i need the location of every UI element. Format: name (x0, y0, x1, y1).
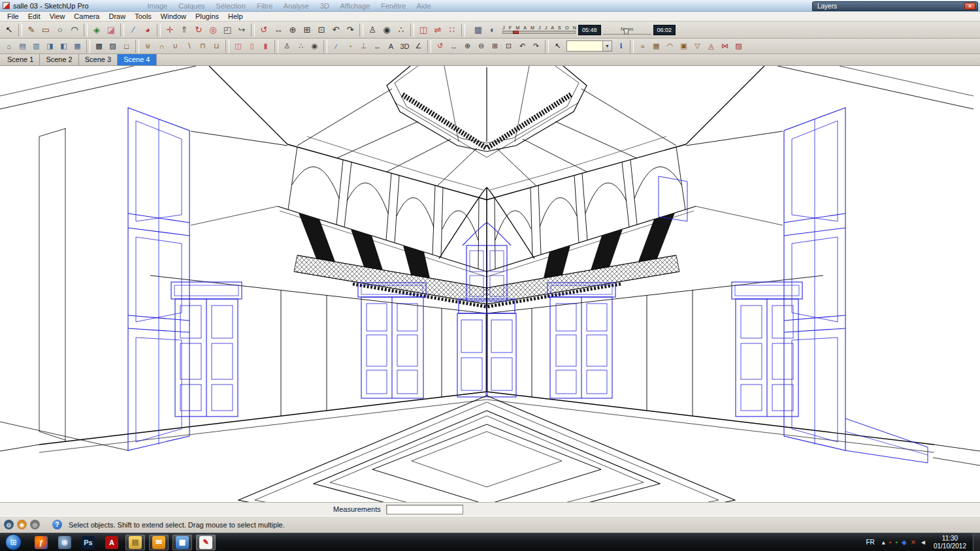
tool-angular-dimension[interactable]: ∠ (412, 40, 425, 53)
tool-solid-intersect[interactable]: ∩ (155, 40, 169, 53)
shadow-date-thumb[interactable] (513, 31, 519, 34)
tool-rotate[interactable]: ↻ (191, 23, 206, 37)
tool-make-component[interactable]: ◈ (90, 23, 104, 37)
tool-axes[interactable]: ⊥ (357, 40, 370, 53)
tool-select[interactable]: ↖ (2, 23, 16, 37)
taskbar-app-explorer-folder[interactable]: ▤ (125, 535, 145, 550)
tool-dimension[interactable]: ↔ (370, 40, 384, 53)
tray-app-red-icon[interactable]: ▪ (889, 539, 892, 546)
tool-zoom[interactable]: ⊕ (461, 40, 474, 53)
tool-scale[interactable]: ◰ (220, 23, 235, 37)
tool-next-view[interactable]: ↷ (529, 40, 543, 53)
tool-zoom-out[interactable]: ⊖ (474, 40, 488, 53)
bluetooth-icon[interactable]: ◆ (902, 539, 907, 546)
taskbar-app-photo-viewer[interactable]: ▦ (172, 535, 192, 550)
scene-tab-scene-2[interactable]: Scene 2 (40, 54, 78, 65)
taskbar-app-firefox[interactable]: ƒ (31, 535, 51, 550)
menu-file[interactable]: File (3, 12, 24, 20)
tool-position-camera[interactable]: ♙ (365, 23, 380, 37)
shadow-time-thumb[interactable] (624, 29, 629, 35)
tool-view-left[interactable]: ◧ (57, 40, 71, 53)
taskbar-app-outlook[interactable]: ✉ (149, 535, 169, 550)
tool-look-around[interactable]: ◉ (380, 23, 394, 37)
tool-zoom-extents[interactable]: ⊡ (314, 23, 329, 37)
viewport-canvas[interactable] (0, 66, 980, 502)
tool-protractor[interactable]: ◔ (343, 40, 357, 53)
tool-position-camera[interactable]: ♙ (280, 40, 294, 53)
layer-combo[interactable]: ▼ (566, 40, 612, 52)
menu-camera[interactable]: Camera (69, 12, 104, 20)
volume-icon[interactable]: ◄ (920, 539, 926, 546)
scene-tab-scene-3[interactable]: Scene 3 (79, 54, 118, 65)
taskbar-app-media-player[interactable]: ◉ (55, 535, 74, 550)
shadow-settings-icon[interactable]: ▦ (471, 23, 485, 37)
tool-flip-edge[interactable]: ⋈ (718, 40, 732, 53)
tool-previous-view[interactable]: ↶ (329, 23, 343, 37)
chevron-down-icon[interactable]: ▼ (602, 41, 612, 51)
scene-tab-scene-1[interactable]: Scene 1 (1, 54, 40, 65)
tool-array-copy[interactable]: ∷ (445, 23, 459, 37)
tool-view-right[interactable]: ◨ (43, 40, 57, 53)
tool-add-detail[interactable]: ◬ (704, 40, 718, 53)
tool-zoom-window[interactable]: ⊞ (300, 23, 314, 37)
tool-drape[interactable]: ▽ (691, 40, 704, 53)
scene-tab-scene-4[interactable]: Scene 4 (118, 54, 156, 65)
tool-view-top[interactable]: ▤ (16, 40, 29, 53)
tool-move[interactable]: ✛ (163, 23, 177, 37)
tool-tape-measure[interactable]: ∕ (329, 40, 343, 53)
measurements-input[interactable] (386, 505, 463, 514)
tool-select[interactable]: ↖ (551, 40, 564, 53)
menu-window[interactable]: Window (156, 12, 191, 20)
tool-style-xray[interactable]: ▩ (92, 40, 106, 53)
tool-solid-trim[interactable]: ⊓ (196, 40, 210, 53)
tool-tape-measure[interactable]: ∕ (126, 23, 140, 37)
shadow-toggle-icon[interactable]: ◐ (485, 23, 500, 37)
tool-view-back[interactable]: ▦ (71, 40, 84, 53)
tool-stamp[interactable]: ▣ (677, 40, 691, 53)
menu-plugins[interactable]: Plugins (191, 12, 223, 20)
tool-follow-me[interactable]: ↪ (235, 23, 249, 37)
tool-solid-subtract[interactable]: ∖ (182, 40, 196, 53)
tool-walk[interactable]: ∴ (294, 40, 308, 53)
tray-app-green-icon[interactable]: ▪ (895, 539, 898, 546)
layers-close-button[interactable]: ✕ (964, 3, 975, 10)
tool-smoove[interactable]: ◠ (663, 40, 677, 53)
show-hidden-icon[interactable]: ▴ (882, 539, 885, 546)
status-geo-icon[interactable]: ◍ (4, 520, 14, 529)
tool-style-wireframe[interactable]: □ (120, 40, 133, 53)
tool-look-around[interactable]: ◉ (308, 40, 321, 53)
tool-orbit[interactable]: ↺ (433, 40, 447, 53)
help-icon[interactable]: ? (52, 520, 62, 529)
menu-view[interactable]: View (45, 12, 70, 20)
tool-solid-outer-shell[interactable]: ⊎ (141, 40, 155, 53)
tool-display-section-planes[interactable]: ▯ (245, 40, 259, 53)
menu-draw[interactable]: Draw (104, 12, 130, 20)
language-indicator[interactable]: FR (866, 539, 874, 546)
tool-orbit[interactable]: ↺ (257, 23, 271, 37)
tool-zoom-extents[interactable]: ⊡ (502, 40, 515, 53)
tool-material-sampler[interactable]: ▨ (732, 40, 745, 53)
tool-walk[interactable]: ∴ (394, 23, 408, 37)
wall-structure-left[interactable] (0, 66, 487, 452)
tool-offset[interactable]: ◎ (206, 23, 220, 37)
tool-flip-along[interactable]: ⇌ (431, 23, 445, 37)
tool-line[interactable]: ✎ (24, 23, 39, 37)
taskbar-app-acrobat[interactable]: A (102, 535, 122, 550)
tool-circle[interactable]: ○ (53, 23, 67, 37)
tool-eraser[interactable]: ◪ (104, 23, 118, 37)
shadow-date-slider[interactable]: J F M A M J J A S O N D (502, 25, 576, 34)
tool-zoom[interactable]: ⊕ (286, 23, 300, 37)
tool-entity-info[interactable]: ℹ (614, 40, 628, 53)
start-button[interactable]: ⊞ (5, 534, 22, 550)
show-desktop-button[interactable] (973, 533, 980, 551)
status-credit-icon[interactable]: ◉ (17, 520, 27, 529)
tool-section-plane[interactable]: ◫ (416, 23, 431, 37)
network-error-icon[interactable]: ✕ (911, 539, 916, 546)
tool-display-section-cuts[interactable]: ▮ (259, 40, 272, 53)
tool-push-pull[interactable]: ⇑ (177, 23, 191, 37)
tool-paint-bucket[interactable]: ◕ (140, 23, 155, 37)
tool-rectangle[interactable]: ▭ (39, 23, 53, 37)
menu-help[interactable]: Help (223, 12, 248, 20)
tool-next-view[interactable]: ↷ (343, 23, 357, 37)
tool-arc[interactable]: ◠ (67, 23, 82, 37)
